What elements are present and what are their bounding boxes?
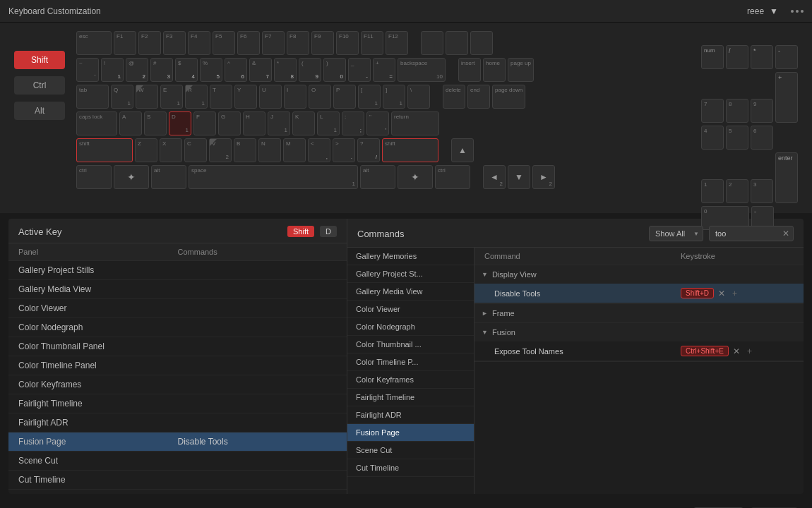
active-key-list-item[interactable]: Color Viewer xyxy=(8,299,347,318)
shift-modifier-key[interactable]: Shift xyxy=(14,51,65,69)
active-key-list-item[interactable]: Gallery Media View xyxy=(8,280,347,299)
key-num-add[interactable]: + xyxy=(775,72,798,123)
active-key-list-item[interactable]: Color Thumbnail Panel xyxy=(8,337,347,356)
key-delete[interactable]: delete xyxy=(443,85,465,109)
key-num-sub[interactable]: - xyxy=(775,45,798,69)
active-key-list-item[interactable]: Scene Cut xyxy=(8,452,347,471)
active-key-list-item[interactable]: Color Timeline Panel xyxy=(8,356,347,375)
filter-select-wrap[interactable]: Show All xyxy=(649,226,703,241)
key-arrow-right[interactable]: ►2 xyxy=(532,165,555,189)
active-key-list-item[interactable]: Gallery Project Stills xyxy=(8,261,347,280)
cmd-list-item[interactable]: Color Keyframes xyxy=(347,371,474,389)
key-s[interactable]: S xyxy=(144,111,167,135)
key-ctrl-right[interactable]: ctrl xyxy=(435,165,470,189)
add-keybind-icon[interactable]: + xyxy=(744,346,755,356)
key-insert[interactable]: insert xyxy=(458,58,481,82)
cmd-group-header[interactable]: ▼ Display View xyxy=(474,265,804,284)
cmd-list-item[interactable]: Fairlight Timeline xyxy=(347,389,474,406)
key-num-1[interactable]: 1 xyxy=(701,179,724,203)
key-ctrl-left[interactable]: ctrl xyxy=(76,165,112,189)
active-key-list-item[interactable]: Fairlight Timeline xyxy=(8,394,347,413)
cmd-list-item[interactable]: Scene Cut xyxy=(347,442,474,459)
key-equals[interactable]: += xyxy=(373,58,395,82)
cmd-group-header[interactable]: ► Frame xyxy=(474,304,804,322)
key-z[interactable]: Z xyxy=(135,138,157,162)
key-l[interactable]: L1 xyxy=(317,111,340,135)
remove-keybind-icon[interactable]: ✕ xyxy=(732,346,741,356)
key-rbracket[interactable]: ]1 xyxy=(383,85,405,109)
key-p[interactable]: P xyxy=(333,85,356,109)
cmd-list-item[interactable]: Fusion Page xyxy=(347,424,474,442)
search-input[interactable] xyxy=(709,226,794,241)
cmd-list-item[interactable]: Color Timeline P... xyxy=(347,353,474,371)
key-1[interactable]: !11 xyxy=(101,58,124,82)
key-f11[interactable]: F11 xyxy=(361,31,383,55)
key-period[interactable]: >. xyxy=(333,138,355,162)
key-f2[interactable]: F2 xyxy=(138,31,161,55)
key-k[interactable]: K xyxy=(292,111,315,135)
key-end[interactable]: end xyxy=(467,85,490,109)
key-f9[interactable]: F9 xyxy=(311,31,334,55)
key-slash[interactable]: ?/ xyxy=(357,138,380,162)
cmd-list-item[interactable]: Cut Timeline xyxy=(347,459,474,477)
key-num-lock[interactable]: num xyxy=(701,45,724,69)
key-num-8[interactable]: 8 xyxy=(726,99,748,123)
key-h[interactable]: H xyxy=(243,111,265,135)
key-pageup[interactable]: page up xyxy=(508,58,534,82)
search-clear-icon[interactable]: ✕ xyxy=(782,229,789,238)
key-arrow-left[interactable]: ◄2 xyxy=(483,165,506,189)
key-esc[interactable]: esc xyxy=(76,31,112,55)
cmd-list-item[interactable]: Gallery Memories xyxy=(347,248,474,265)
key-8[interactable]: *8 xyxy=(274,58,297,82)
key-r[interactable]: R1 xyxy=(185,85,208,109)
active-key-list-item[interactable]: Color Nodegraph xyxy=(8,318,347,337)
key-num-3[interactable]: 3 xyxy=(751,179,773,203)
key-space[interactable]: space1 xyxy=(189,165,358,189)
key-j[interactable]: J1 xyxy=(268,111,290,135)
key-b[interactable]: B xyxy=(234,138,256,162)
key-prtscrn[interactable] xyxy=(421,31,443,55)
key-0[interactable]: )0 xyxy=(323,58,346,82)
key-shift-left[interactable]: shift xyxy=(76,138,133,162)
key-2[interactable]: @21 xyxy=(126,58,148,82)
key-3[interactable]: #3 xyxy=(150,58,173,82)
key-tab[interactable]: tab xyxy=(76,85,109,109)
key-y[interactable]: Y xyxy=(234,85,257,109)
key-v[interactable]: V2 xyxy=(209,138,232,162)
key-7[interactable]: &7 xyxy=(249,58,272,82)
key-tilde[interactable]: ~` xyxy=(76,58,99,82)
cmd-list-item[interactable]: Color Nodegraph xyxy=(347,318,474,336)
key-q[interactable]: Q1 xyxy=(111,85,133,109)
cmd-list-item[interactable]: Gallery Project St... xyxy=(347,265,474,283)
key-i[interactable]: I xyxy=(284,85,306,109)
filter-select[interactable]: Show All xyxy=(649,226,703,241)
key-shift-right[interactable]: shift xyxy=(382,138,438,162)
key-f8[interactable]: F8 xyxy=(287,31,309,55)
cmd-group-header[interactable]: ▼ Fusion xyxy=(474,323,804,341)
key-scrlk[interactable] xyxy=(446,31,468,55)
key-super-right[interactable]: ✦ xyxy=(398,165,433,189)
key-num-enter[interactable]: enter xyxy=(775,152,798,203)
key-num-4[interactable]: 4 xyxy=(701,126,724,150)
key-pagedown[interactable]: page down xyxy=(492,85,525,109)
key-x[interactable]: X xyxy=(160,138,182,162)
key-f[interactable]: F xyxy=(193,111,216,135)
key-e[interactable]: E1 xyxy=(160,85,183,109)
key-d[interactable]: D1 xyxy=(169,111,191,135)
more-options[interactable] xyxy=(791,10,804,13)
key-f6[interactable]: F6 xyxy=(237,31,260,55)
key-4[interactable]: $4 xyxy=(175,58,198,82)
key-minus[interactable]: _- xyxy=(348,58,371,82)
key-home[interactable]: home xyxy=(483,58,506,82)
key-9[interactable]: (9 xyxy=(299,58,321,82)
key-caps[interactable]: caps lock xyxy=(76,111,117,135)
ctrl-modifier-key[interactable]: Ctrl xyxy=(14,76,65,95)
key-num-7[interactable]: 7 xyxy=(701,99,724,123)
key-super-left[interactable]: ✦ xyxy=(114,165,149,189)
key-arrow-up[interactable]: ▲ xyxy=(451,138,474,162)
active-key-list-item[interactable]: Fairlight ADR xyxy=(8,413,347,433)
alt-modifier-key[interactable]: Alt xyxy=(14,102,65,120)
key-5[interactable]: %5 xyxy=(200,58,222,82)
key-6[interactable]: ^6 xyxy=(225,58,247,82)
key-w[interactable]: W xyxy=(136,85,158,109)
